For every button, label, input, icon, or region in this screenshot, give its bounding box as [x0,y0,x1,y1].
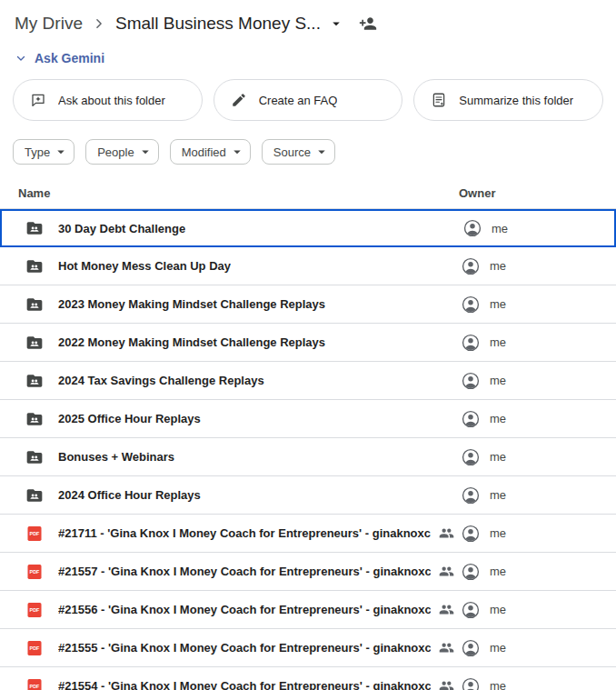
gemini-action-label: Ask about this folder [58,94,165,107]
file-row[interactable]: PDF#21554 - 'Gina Knox I Money Coach for… [0,667,616,690]
file-row[interactable]: Hot Money Mess Clean Up Dayme [0,247,616,285]
owner-name: me [490,488,506,502]
pdf-file-icon: PDF [25,677,44,690]
owner-avatar-icon [461,447,481,467]
owner-cell: me [461,409,506,429]
owner-cell: me [461,295,506,315]
owner-avatar-icon [461,295,481,315]
owner-name: me [490,526,506,540]
breadcrumb-my-drive[interactable]: My Drive [11,12,86,35]
file-row[interactable]: PDF#21557 - 'Gina Knox I Money Coach for… [0,553,616,591]
owner-avatar-icon [461,371,481,391]
file-name: 2022 Money Making Mindset Challenge Repl… [58,335,325,349]
filter-chip-label: People [97,145,134,159]
gemini-action-ask-about-this-folder[interactable]: Ask about this folder [13,79,203,121]
filter-chip-people[interactable]: People [85,139,158,165]
table-header: Name Owner [0,178,616,209]
owner-name: me [490,450,506,464]
owner-avatar-icon [461,256,481,276]
owner-cell: me [461,676,506,690]
caret-down-icon [229,144,245,160]
owner-cell: me [461,333,506,353]
owner-avatar-icon [461,524,481,544]
owner-cell: me [461,524,506,544]
folder-shared-icon [25,295,44,314]
folder-shared-icon [25,334,44,352]
owner-name: me [490,259,506,273]
filter-chips-row: TypePeopleModifiedSource [13,139,616,165]
owner-cell: me [461,638,506,658]
person-add-icon[interactable] [359,15,377,33]
shared-people-icon [439,602,454,617]
svg-text:PDF: PDF [30,531,41,536]
gemini-action-create-an-faq[interactable]: Create an FAQ [214,79,403,121]
file-row[interactable]: PDF#21711 - 'Gina Knox I Money Coach for… [0,515,616,553]
file-row[interactable]: PDF#21556 - 'Gina Knox I Money Coach for… [0,591,616,629]
filter-chip-label: Modified [182,145,226,159]
ask-gemini-label: Ask Gemini [35,51,104,65]
owner-name: me [492,222,508,235]
owner-cell: me [461,256,506,276]
doc-sparkle-icon [431,92,447,108]
folder-shared-icon [25,257,44,275]
folder-shared-icon [25,372,44,390]
owner-name: me [490,603,506,616]
owner-avatar-icon [462,218,482,238]
owner-avatar-icon [461,676,481,690]
caret-down-icon [313,144,330,160]
file-row[interactable]: 2024 Office Hour Replaysme [0,476,616,515]
owner-avatar-icon [461,600,481,620]
owner-avatar-icon [461,409,481,429]
shared-people-icon [439,564,454,579]
owner-name: me [490,374,506,387]
svg-text:PDF: PDF [30,684,41,689]
pdf-file-icon: PDF [25,563,44,581]
breadcrumb: My Drive Small Business Money S... [0,0,616,35]
owner-cell: me [461,562,506,582]
file-name: #21555 - 'Gina Knox I Money Coach for En… [58,641,431,655]
folder-shared-icon [25,410,44,428]
column-header-name[interactable]: Name [18,186,50,200]
folder-menu-caret-icon[interactable] [328,15,344,32]
file-row[interactable]: Bonuses + Webinarsme [0,438,616,476]
gemini-actions-row: Ask about this folderCreate an FAQSummar… [13,79,603,121]
filter-chip-source[interactable]: Source [262,139,335,165]
file-row[interactable]: 30 Day Debt Challengeme [0,209,616,247]
owner-avatar-icon [461,333,481,353]
breadcrumb-current-folder[interactable]: Small Business Money S... [112,12,324,35]
owner-cell: me [461,600,506,620]
owner-cell: me [462,218,508,238]
owner-avatar-icon [461,485,481,505]
file-name: 2023 Money Making Mindset Challenge Repl… [58,297,325,311]
ask-gemini-toggle[interactable]: Ask Gemini [15,51,104,65]
gemini-action-summarize-this-folder[interactable]: Summarize this folder [413,79,603,121]
caret-down-icon [137,144,154,160]
chevron-right-icon [90,15,108,33]
svg-text:PDF: PDF [30,645,41,651]
file-row[interactable]: 2023 Money Making Mindset Challenge Repl… [0,285,616,324]
file-name: Hot Money Mess Clean Up Day [58,259,231,273]
file-name: #21711 - 'Gina Knox I Money Coach for En… [58,526,431,540]
file-name: 2024 Office Hour Replays [58,488,201,502]
file-name: 30 Day Debt Challenge [58,222,185,235]
file-list: 30 Day Debt ChallengemeHot Money Mess Cl… [0,209,616,690]
owner-avatar-icon [461,562,481,582]
folder-shared-icon [25,448,44,466]
owner-cell: me [461,447,506,467]
file-row[interactable]: 2024 Tax Savings Challenge Replaysme [0,362,616,400]
pen-spark-icon [231,92,247,108]
filter-chip-type[interactable]: Type [13,139,75,165]
shared-people-icon [439,640,454,655]
chevron-down-icon [15,52,27,65]
file-row[interactable]: 2022 Money Making Mindset Challenge Repl… [0,324,616,362]
file-row[interactable]: PDF#21555 - 'Gina Knox I Money Coach for… [0,629,616,667]
filter-chip-modified[interactable]: Modified [170,139,251,165]
file-name: #21554 - 'Gina Knox I Money Coach for En… [58,679,431,690]
file-name: #21557 - 'Gina Knox I Money Coach for En… [58,565,431,578]
shared-people-icon [439,678,454,690]
file-row[interactable]: 2025 Office Hour Replaysme [0,400,616,438]
owner-cell: me [461,485,506,505]
owner-name: me [490,679,506,690]
column-header-owner[interactable]: Owner [459,186,495,200]
owner-cell: me [461,371,506,391]
